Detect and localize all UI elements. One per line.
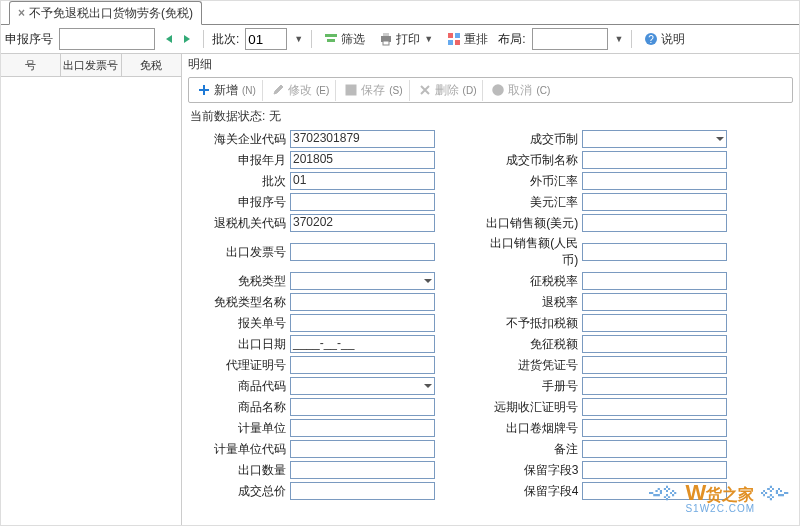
- unit_code-field[interactable]: [290, 440, 435, 458]
- export_date-field[interactable]: ____-__-__: [290, 335, 435, 353]
- svg-rect-8: [455, 40, 460, 45]
- customs_code-field[interactable]: 3702301879: [290, 130, 435, 148]
- total_price-field[interactable]: [290, 482, 435, 500]
- levy_rate-field[interactable]: [582, 272, 727, 290]
- filter-button[interactable]: 筛选: [320, 29, 369, 50]
- currency-label: 成交币制: [478, 131, 582, 148]
- batch-input[interactable]: [245, 28, 287, 50]
- forward_cert-label: 远期收汇证明号: [478, 399, 582, 416]
- exempt_amt-field[interactable]: [582, 335, 727, 353]
- goods_code-field[interactable]: [290, 377, 435, 395]
- goto-last-icon[interactable]: [181, 32, 195, 46]
- add-button[interactable]: 新增(N): [191, 80, 263, 101]
- sales_usd-label: 出口销售额(美元): [478, 215, 582, 232]
- unit-field[interactable]: [290, 419, 435, 437]
- goods_name-field[interactable]: [290, 398, 435, 416]
- delete-button: 删除(D): [412, 80, 484, 101]
- main-toolbar: 申报序号 批次: ▼ 筛选 打印▼ 重排 布局: ▼ ? 说明: [1, 25, 799, 54]
- help-icon: ?: [644, 32, 658, 46]
- svg-rect-5: [448, 33, 453, 38]
- currency-field[interactable]: [582, 130, 727, 148]
- declare_ym-label: 申报年月: [186, 152, 290, 169]
- forward_cert-field[interactable]: [582, 398, 727, 416]
- svg-rect-0: [325, 34, 337, 37]
- tab-title: 不予免退税出口货物劳务(免税): [29, 5, 193, 22]
- exempt_name-field[interactable]: [290, 293, 435, 311]
- manual_no-label: 手册号: [478, 378, 582, 395]
- exempt_type-field[interactable]: [290, 272, 435, 290]
- sales_usd-field[interactable]: [582, 214, 727, 232]
- pencil-icon: [271, 83, 285, 97]
- seq-input[interactable]: [59, 28, 155, 50]
- document-tabs: × 不予免退税出口货物劳务(免税): [1, 1, 799, 25]
- help-button[interactable]: ? 说明: [640, 29, 689, 50]
- refund_rate-label: 退税率: [478, 294, 582, 311]
- tax_office-label: 退税机关代码: [186, 215, 290, 232]
- tax_office-field[interactable]: 370202: [290, 214, 435, 232]
- batch-label: 批次:: [212, 31, 239, 48]
- cancel-button: 取消(C): [485, 80, 556, 101]
- customs_code-label: 海关企业代码: [186, 131, 290, 148]
- reserve3-field[interactable]: [582, 461, 727, 479]
- plus-icon: [197, 83, 211, 97]
- export_invoice-field[interactable]: [290, 243, 435, 261]
- export_date-label: 出口日期: [186, 336, 290, 353]
- sales_rmb-label: 出口销售额(人民币): [478, 235, 582, 269]
- col-type[interactable]: 免税: [122, 54, 181, 76]
- chevron-down-icon[interactable]: ▼: [615, 34, 624, 44]
- batch-field[interactable]: 01: [290, 172, 435, 190]
- svg-rect-7: [448, 40, 453, 45]
- edit-button: 修改(E): [265, 80, 336, 101]
- content-area: 号 出口发票号 免税 明细 新增(N) 修改(E) 保存(S): [1, 54, 799, 526]
- remark-field[interactable]: [582, 440, 727, 458]
- print-button[interactable]: 打印▼: [375, 29, 437, 50]
- svg-text:?: ?: [649, 34, 655, 45]
- purchase_cert-field[interactable]: [582, 356, 727, 374]
- form-grid: 海关企业代码3702301879成交币制申报年月201805成交币制名称批次01…: [182, 128, 799, 526]
- col-seq[interactable]: 号: [1, 54, 61, 76]
- app-window: × 不予免退税出口货物劳务(免税) 申报序号 批次: ▼ 筛选 打印▼ 重排 布…: [0, 0, 800, 526]
- layout-label: 布局:: [498, 31, 525, 48]
- rearrange-button[interactable]: 重排: [443, 29, 492, 50]
- layout-input[interactable]: [532, 28, 608, 50]
- sales_rmb-field[interactable]: [582, 243, 727, 261]
- currency_name-field[interactable]: [582, 151, 727, 169]
- fx_rate-label: 外币汇率: [478, 173, 582, 190]
- x-icon: [418, 83, 432, 97]
- declare_seq-field[interactable]: [290, 193, 435, 211]
- detail-panel: 明细 新增(N) 修改(E) 保存(S) 删除(D): [182, 54, 799, 526]
- manual_no-field[interactable]: [582, 377, 727, 395]
- usd_rate-field[interactable]: [582, 193, 727, 211]
- cigarette_no-field[interactable]: [582, 419, 727, 437]
- reserve4-field[interactable]: [582, 482, 727, 500]
- exempt_name-label: 免税类型名称: [186, 294, 290, 311]
- export_qty-label: 出口数量: [186, 462, 290, 479]
- declare_ym-field[interactable]: 201805: [290, 151, 435, 169]
- chevron-down-icon[interactable]: ▼: [424, 34, 433, 44]
- col-invoice[interactable]: 出口发票号: [61, 54, 121, 76]
- agent_cert-field[interactable]: [290, 356, 435, 374]
- grid-header: 号 出口发票号 免税: [1, 54, 181, 77]
- goto-first-icon[interactable]: [161, 32, 175, 46]
- usd_rate-label: 美元汇率: [478, 194, 582, 211]
- batch-label: 批次: [186, 173, 290, 190]
- cancel-icon: [491, 83, 505, 97]
- svg-rect-12: [348, 91, 354, 94]
- chevron-down-icon[interactable]: ▼: [294, 34, 303, 44]
- customs_decl-field[interactable]: [290, 314, 435, 332]
- list-panel: 号 出口发票号 免税: [1, 54, 182, 526]
- reserve3-label: 保留字段3: [478, 462, 582, 479]
- exempt_amt-label: 免征税额: [478, 336, 582, 353]
- print-icon: [379, 32, 393, 46]
- close-icon[interactable]: ×: [18, 6, 25, 20]
- no_deduct-label: 不予抵扣税额: [478, 315, 582, 332]
- export_qty-field[interactable]: [290, 461, 435, 479]
- fx_rate-field[interactable]: [582, 172, 727, 190]
- purchase_cert-label: 进货凭证号: [478, 357, 582, 374]
- no_deduct-field[interactable]: [582, 314, 727, 332]
- tab-exempt-export[interactable]: × 不予免退税出口货物劳务(免税): [9, 1, 202, 25]
- refund_rate-field[interactable]: [582, 293, 727, 311]
- total_price-label: 成交总价: [186, 483, 290, 500]
- detail-title: 明细: [182, 54, 799, 75]
- save-button: 保存(S): [338, 80, 409, 101]
